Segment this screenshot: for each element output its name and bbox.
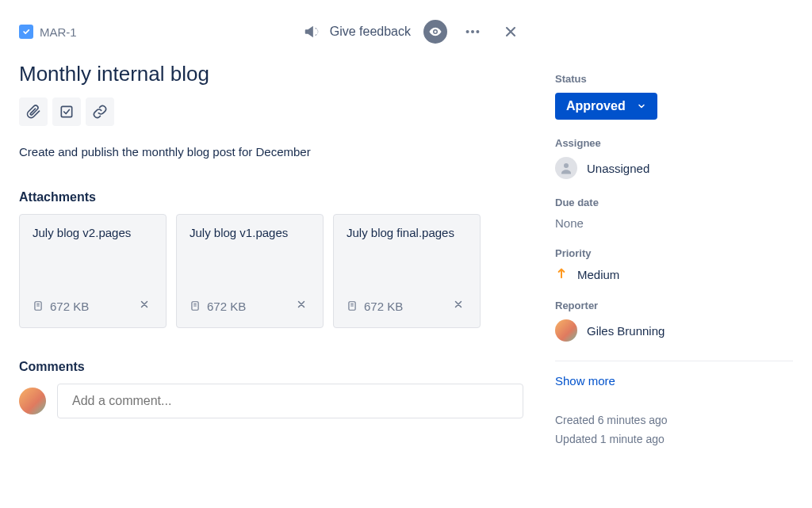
add-child-button[interactable] <box>52 97 81 126</box>
assignee-field[interactable]: Unassigned <box>555 157 793 179</box>
chevron-down-icon <box>637 101 646 111</box>
reporter-value: Giles Brunning <box>587 324 665 338</box>
breadcrumb[interactable]: MAR-1 <box>19 25 77 39</box>
priority-value: Medium <box>577 268 619 281</box>
comment-input[interactable] <box>57 384 523 418</box>
unassigned-avatar-icon <box>555 157 577 179</box>
priority-label: Priority <box>555 247 793 259</box>
updated-meta: Updated 1 minute ago <box>555 430 793 449</box>
attachment-size: 672 KB <box>364 300 403 313</box>
attachment-remove-button[interactable] <box>293 296 310 316</box>
attachment-size: 672 KB <box>207 300 246 313</box>
attachment-card[interactable]: July blog final.pages 672 KB <box>333 214 481 328</box>
svg-point-7 <box>564 163 569 168</box>
created-meta: Created 6 minutes ago <box>555 411 793 430</box>
attachment-name: July blog v1.pages <box>190 226 310 239</box>
status-label: Status <box>555 73 793 85</box>
attachment-remove-button[interactable] <box>136 296 153 316</box>
attachment-size: 672 KB <box>50 300 89 313</box>
close-button[interactable] <box>498 19 523 44</box>
attach-button[interactable] <box>19 97 48 126</box>
current-user-avatar <box>19 388 46 414</box>
more-actions-button[interactable] <box>460 19 485 44</box>
status-value: Approved <box>566 99 626 113</box>
svg-point-2 <box>476 30 479 33</box>
issue-description[interactable]: Create and publish the monthly blog post… <box>19 145 523 159</box>
svg-point-0 <box>466 30 469 33</box>
attachment-card[interactable]: July blog v1.pages 672 KB <box>176 214 324 328</box>
attachment-name: July blog v2.pages <box>33 226 153 239</box>
attachments-heading: Attachments <box>19 190 523 204</box>
attachment-name: July blog final.pages <box>347 226 467 239</box>
assignee-label: Assignee <box>555 137 793 149</box>
priority-field[interactable]: Medium <box>555 267 793 282</box>
svg-point-1 <box>471 30 474 33</box>
sidebar-divider <box>555 361 793 361</box>
issue-title[interactable]: Monthly internal blog <box>19 62 523 86</box>
file-icon <box>347 300 358 312</box>
reporter-field[interactable]: Giles Brunning <box>555 319 793 342</box>
reporter-avatar <box>555 319 577 342</box>
attachment-card[interactable]: July blog v2.pages 672 KB <box>19 214 167 328</box>
file-icon <box>190 300 201 312</box>
give-feedback-button[interactable]: Give feedback <box>303 23 411 40</box>
svg-rect-3 <box>61 106 71 116</box>
reporter-label: Reporter <box>555 300 793 311</box>
task-icon <box>19 25 33 39</box>
link-button[interactable] <box>86 97 114 126</box>
due-date-label: Due date <box>555 197 793 208</box>
attachment-remove-button[interactable] <box>450 296 467 316</box>
priority-medium-icon <box>555 267 568 282</box>
due-date-value[interactable]: None <box>555 216 793 230</box>
status-dropdown[interactable]: Approved <box>555 93 657 120</box>
file-icon <box>33 300 44 312</box>
show-more-link[interactable]: Show more <box>555 374 793 388</box>
assignee-value: Unassigned <box>587 162 649 175</box>
give-feedback-label: Give feedback <box>330 25 411 39</box>
issue-key[interactable]: MAR-1 <box>40 25 77 39</box>
comments-heading: Comments <box>19 360 523 374</box>
watch-button[interactable] <box>423 20 447 44</box>
